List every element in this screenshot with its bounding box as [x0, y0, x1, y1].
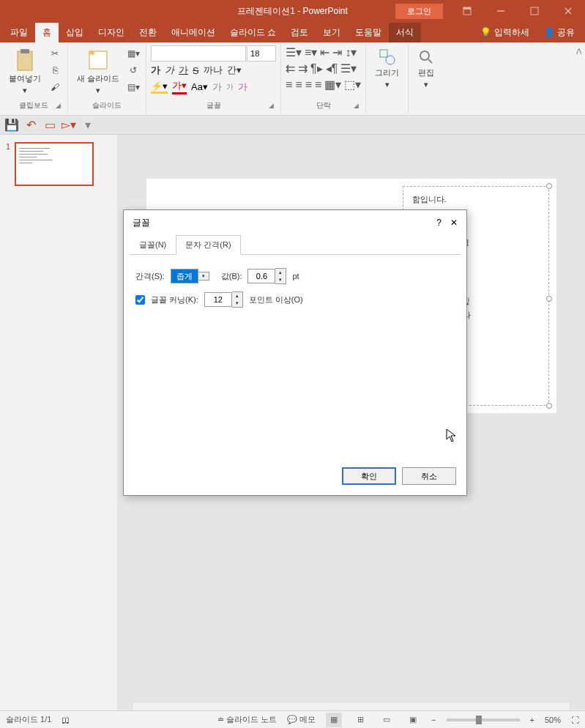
resize-handle[interactable] — [546, 296, 552, 302]
numbering-button[interactable]: ≡▾ — [305, 45, 317, 59]
collapse-ribbon-button[interactable]: ᐱ — [573, 44, 585, 114]
menu-help[interactable]: 도움말 — [348, 23, 389, 42]
zoom-thumb[interactable] — [476, 716, 482, 724]
login-button[interactable]: 로그인 — [395, 4, 443, 19]
ribbon-display-button[interactable] — [450, 0, 484, 22]
slide-thumbnail-1[interactable]: ▬▬▬▬▬▬▬▬▬▬▬▬▬▬▬▬▬▬▬▬▬▬▬▬▬▬▬▬▬▬▬▬▬▬▬▬▬▬▬▬… — [15, 142, 94, 186]
tab-font[interactable]: 글꼴(N) — [130, 235, 176, 255]
font-selector[interactable] — [151, 45, 246, 62]
close-button[interactable] — [551, 0, 585, 22]
font-size-selector[interactable] — [247, 45, 276, 62]
ok-button[interactable]: 확인 — [342, 467, 396, 485]
resize-handle[interactable] — [546, 183, 552, 189]
normal-view-button[interactable]: ▦ — [326, 713, 342, 727]
indent-inc-button[interactable]: ⇥ — [332, 45, 342, 59]
by-spinner[interactable]: ▴▾ — [247, 268, 286, 284]
change-case-button[interactable]: Aa▾ — [191, 81, 208, 92]
zoom-level[interactable]: 50% — [545, 716, 561, 724]
kerning-spinner[interactable]: ▴▾ — [204, 291, 243, 308]
clear-format-button[interactable]: 가 — [238, 81, 247, 94]
italic-button[interactable]: 가 — [165, 64, 174, 77]
menu-file[interactable]: 파일 — [3, 23, 35, 42]
spin-up-icon[interactable]: ▴ — [232, 292, 242, 300]
paste-button[interactable]: 붙여넣기 ▾ — [4, 45, 45, 98]
clipboard-launcher[interactable]: ◢ — [56, 102, 66, 112]
shadow-button[interactable]: 까나 — [204, 64, 223, 77]
reset-button[interactable]: ↺ — [125, 62, 141, 78]
spacing-select[interactable]: ▾ — [171, 269, 209, 283]
dec-list-button[interactable]: ⇇ — [286, 62, 295, 75]
menu-design[interactable]: 디자인 — [91, 23, 132, 42]
zoom-in-button[interactable]: + — [530, 716, 534, 724]
tab-char-spacing[interactable]: 문자 간격(R) — [176, 235, 240, 255]
align-right-button[interactable]: ≡ — [305, 78, 312, 92]
cancel-button[interactable]: 취소 — [402, 467, 456, 485]
zoom-out-button[interactable]: − — [431, 716, 436, 724]
notes-button[interactable]: ≐ 슬라이드 노트 — [217, 714, 277, 725]
menu-review[interactable]: 검토 — [283, 23, 316, 42]
redo-button[interactable]: ▭ — [42, 118, 57, 133]
menu-view[interactable]: 보기 — [316, 23, 348, 42]
by-value[interactable] — [247, 269, 275, 283]
rtl-button[interactable]: ◂¶ — [326, 62, 338, 75]
kerning-value[interactable] — [204, 292, 232, 307]
undo-button[interactable]: ↶ — [23, 118, 38, 133]
start-slideshow-button[interactable]: ▻▾ — [62, 118, 76, 133]
spin-down-icon[interactable]: ▾ — [275, 276, 286, 283]
reading-view-button[interactable]: ▭ — [379, 713, 395, 727]
dialog-help-button[interactable]: ? — [436, 218, 441, 228]
slide-indicator[interactable]: 슬라이드 1/1 — [6, 714, 51, 725]
resize-handle[interactable] — [546, 403, 552, 409]
bullets-button[interactable]: ☰▾ — [286, 45, 302, 59]
comments-button[interactable]: 💬 메모 — [287, 714, 316, 725]
kerning-checkbox[interactable] — [135, 295, 145, 305]
menu-animation[interactable]: 애니메이션 — [164, 23, 223, 42]
copy-button[interactable]: ⎘ — [47, 62, 63, 78]
spacing-button[interactable]: 간▾ — [227, 64, 242, 77]
zoom-slider[interactable] — [447, 718, 520, 721]
line-spacing-button[interactable]: ↕▾ — [345, 45, 357, 59]
share-button[interactable]: 👤 공유 — [537, 23, 582, 42]
section-button[interactable]: ▤▾ — [125, 79, 141, 95]
menu-format[interactable]: 서식 — [389, 23, 421, 42]
drawing-button[interactable]: 그리기 ▾ — [370, 45, 403, 92]
slide-panel[interactable]: 1 ▬▬▬▬▬▬▬▬▬▬▬▬▬▬▬▬▬▬▬▬▬▬▬▬▬▬▬▬▬▬▬▬▬▬▬▬▬▬… — [0, 135, 117, 710]
grow-font-button[interactable]: 가 — [212, 81, 222, 94]
dropdown-icon[interactable]: ▾ — [198, 272, 209, 280]
inc-list-button[interactable]: ⇉ — [298, 62, 308, 75]
shrink-font-button[interactable]: 가 — [226, 82, 234, 92]
fit-button[interactable]: ⛶ — [571, 716, 579, 724]
indent-dec-button[interactable]: ⇤ — [320, 45, 329, 59]
ltr-button[interactable]: ¶▸ — [310, 62, 323, 75]
tell-me[interactable]: 💡 입력하세 — [473, 23, 536, 42]
format-painter-button[interactable]: 🖌 — [47, 79, 63, 95]
bold-button[interactable]: 가 — [151, 64, 160, 77]
sorter-view-button[interactable]: ⊞ — [352, 713, 368, 727]
new-slide-button[interactable]: 새 슬라이드 ▾ — [72, 45, 124, 98]
menu-home[interactable]: 홈 — [35, 23, 59, 42]
font-color-button[interactable]: 가▾ — [172, 79, 187, 94]
strike-button[interactable]: S — [193, 65, 199, 76]
align-left-button[interactable]: ≡ — [286, 78, 292, 92]
text-dir-button[interactable]: ☰▾ — [340, 62, 357, 75]
spin-down-icon[interactable]: ▾ — [232, 300, 242, 307]
underline-button[interactable]: 가 — [179, 64, 188, 77]
menu-insert[interactable]: 삽입 — [59, 23, 91, 42]
editing-button[interactable]: 편집 ▾ — [413, 45, 439, 92]
highlight-button[interactable]: ⚡▾ — [151, 81, 168, 94]
menu-transition[interactable]: 전환 — [132, 23, 164, 42]
smartart-button[interactable]: ⬚▾ — [344, 78, 361, 92]
language-indicator[interactable]: 🕮 — [62, 716, 70, 724]
menu-slideshow[interactable]: 슬라이드 쇼 — [223, 23, 283, 42]
spacing-value[interactable] — [171, 269, 198, 283]
font-launcher[interactable]: ◢ — [269, 102, 279, 112]
qat-customize[interactable]: ▾ — [81, 118, 95, 133]
slideshow-view-button[interactable]: ▣ — [405, 713, 421, 727]
save-button[interactable]: 💾 — [4, 118, 19, 133]
layout-button[interactable]: ▦▾ — [125, 45, 141, 62]
maximize-button[interactable] — [518, 0, 551, 22]
align-center-button[interactable]: ≡ — [295, 78, 302, 92]
justify-button[interactable]: ≡ — [315, 78, 321, 92]
dialog-titlebar[interactable]: 글꼴 ? ✕ — [124, 210, 466, 235]
spin-up-icon[interactable]: ▴ — [275, 269, 286, 276]
